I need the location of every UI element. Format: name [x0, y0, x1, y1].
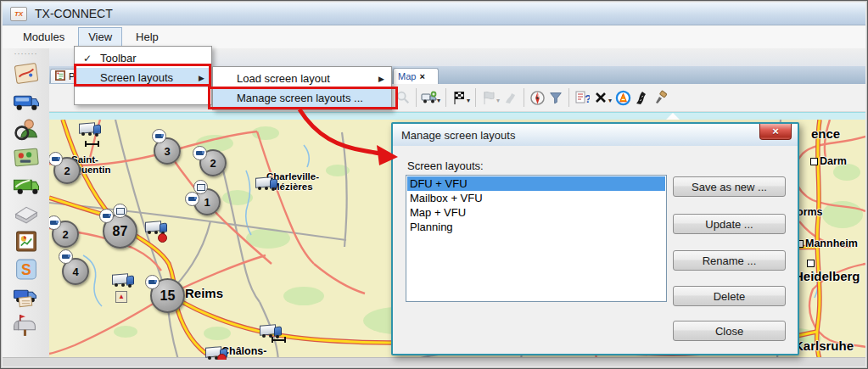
compass-icon[interactable]	[528, 87, 546, 108]
tab-close-icon[interactable]: ×	[419, 71, 424, 81]
screen-layouts-label: Screen layouts:	[407, 159, 484, 172]
list-item[interactable]: Map + VFU	[407, 205, 665, 220]
close-button[interactable]: Close	[673, 321, 786, 341]
update-button[interactable]: Update ...	[673, 214, 786, 234]
delete-button[interactable]: Delete	[673, 286, 786, 306]
vehicle-cluster[interactable]: 4	[62, 258, 89, 285]
monitor-badge-icon	[193, 180, 208, 194]
close-icon: ×	[772, 125, 779, 137]
trailers-module-icon[interactable]	[10, 172, 42, 198]
dialog-close-button[interactable]: ×	[759, 124, 792, 140]
dashboard-module-icon[interactable]	[10, 144, 42, 171]
map-city-label: orms	[797, 206, 823, 218]
title-bar[interactable]: TX TX-CONNECT	[3, 3, 865, 25]
cluster-count: 2	[210, 157, 216, 170]
truck-badge-icon	[152, 129, 166, 143]
truck-badge-icon	[99, 209, 114, 223]
save-as-new-button[interactable]: Save as new ...	[673, 176, 786, 197]
scanning-module-icon[interactable]	[10, 200, 42, 226]
filter-icon[interactable]	[546, 87, 565, 108]
reports-module-icon[interactable]	[10, 228, 42, 254]
truck-marker[interactable]	[255, 176, 277, 190]
map-tab-label: Map	[398, 71, 416, 81]
submenu-arrow-icon: ▶	[378, 75, 384, 83]
sidebar-grip[interactable]: ·······	[14, 50, 38, 57]
list-item[interactable]: Mailbox + VFU	[407, 191, 665, 205]
cluster-count: 1	[204, 196, 210, 209]
route-flag-caret-icon[interactable]: ▾	[496, 97, 500, 104]
city-square-only	[807, 258, 816, 268]
help-icon[interactable]: ?	[573, 87, 591, 108]
truck-badge-icon	[59, 249, 73, 264]
truck-badge-icon	[193, 146, 207, 160]
truck-marker[interactable]	[145, 220, 167, 234]
toolbar-separator	[416, 88, 417, 107]
cluster-count: 15	[160, 288, 176, 304]
toolbar-separator	[524, 88, 524, 107]
alert-marker[interactable]	[217, 354, 227, 360]
documents-module-icon[interactable]	[10, 284, 42, 310]
service-module-icon[interactable]: S	[10, 256, 42, 282]
menu-view[interactable]: View	[78, 27, 122, 47]
cluster-count: 2	[64, 165, 70, 177]
mailbox-module-icon[interactable]	[10, 312, 42, 338]
drivers-module-icon[interactable]	[10, 116, 42, 143]
finish-flag-caret-icon[interactable]: ▾	[467, 97, 470, 104]
map-city-label: ence	[811, 126, 840, 141]
add-vehicle-caret-icon[interactable]: ▾	[437, 97, 440, 104]
dialog-title-bar[interactable]: Manage screen layouts	[393, 124, 798, 146]
vehicle-cluster[interactable]: 2	[199, 149, 227, 176]
vehicle-cluster[interactable]: 2	[53, 157, 81, 184]
vehicles-module-icon[interactable]	[10, 88, 42, 115]
rename-button[interactable]: Rename ...	[673, 250, 786, 271]
cluster-count: 4	[72, 266, 78, 278]
toolbar-separator	[568, 88, 569, 107]
menu-modules[interactable]: Modules	[13, 27, 75, 47]
tab-map[interactable]: Map ×	[393, 68, 439, 84]
clear-map-icon[interactable]	[591, 87, 610, 108]
finish-flag-icon[interactable]	[450, 87, 468, 108]
vehicle-cluster[interactable]: 3	[154, 137, 181, 165]
menu-help[interactable]: Help	[126, 27, 169, 47]
check-icon: ✓	[75, 53, 100, 64]
route-flag-icon[interactable]	[479, 87, 498, 108]
map-city-label: Heidelberg	[794, 269, 860, 283]
clean-brush-icon[interactable]	[651, 87, 669, 108]
annotation-manage-rect	[208, 87, 398, 109]
truck-badge-icon	[145, 275, 160, 289]
window-title: TX-CONNECT	[35, 7, 113, 20]
trace-icon[interactable]	[501, 87, 520, 108]
cluster-count: 87	[113, 224, 128, 239]
truck-marker[interactable]	[260, 323, 282, 338]
list-item-selected[interactable]: DFU + VFU	[407, 176, 665, 191]
vehicle-cluster[interactable]: 15	[150, 278, 185, 313]
map-city-label: Reims	[185, 286, 223, 300]
hitch-icon	[272, 337, 286, 343]
cluster-count: 3	[164, 145, 170, 158]
list-item[interactable]: Planning	[407, 220, 665, 234]
truck-marker[interactable]	[79, 121, 101, 136]
vehicle-cluster[interactable]: 87	[103, 214, 137, 249]
map-city-label: Mézières	[272, 182, 313, 192]
toolbar-separator	[445, 88, 446, 107]
clear-map-caret-icon[interactable]: ▾	[608, 97, 612, 104]
screen-layouts-listbox[interactable]: DFU + VFU Mailbox + VFU Map + VFU Planni…	[406, 175, 667, 302]
traffic-icon[interactable]	[613, 87, 632, 108]
menu-item-label: Toolbar	[100, 52, 137, 64]
vehicle-cluster[interactable]: 1	[193, 188, 221, 215]
svg-text:S: S	[21, 261, 31, 278]
map-city-label: Karlsruhe	[794, 338, 854, 353]
svg-text:?: ?	[585, 92, 590, 105]
map-module-icon[interactable]	[10, 60, 42, 87]
map-city-label: Mannheim	[796, 238, 858, 249]
module-sidebar: ······· S	[3, 48, 50, 366]
menu-item-load-screen-layout[interactable]: Load screen layout ▶	[213, 69, 391, 88]
truck-marker[interactable]	[112, 272, 134, 287]
annotation-screen-layouts-rect	[74, 64, 211, 87]
vehicle-cluster[interactable]: 2	[52, 221, 79, 248]
toolbar-separator	[475, 88, 476, 107]
alert-marker[interactable]	[158, 233, 167, 243]
add-vehicle-icon[interactable]	[420, 87, 439, 108]
hitch-icon	[85, 141, 99, 147]
roadworks-icon[interactable]	[632, 87, 651, 108]
